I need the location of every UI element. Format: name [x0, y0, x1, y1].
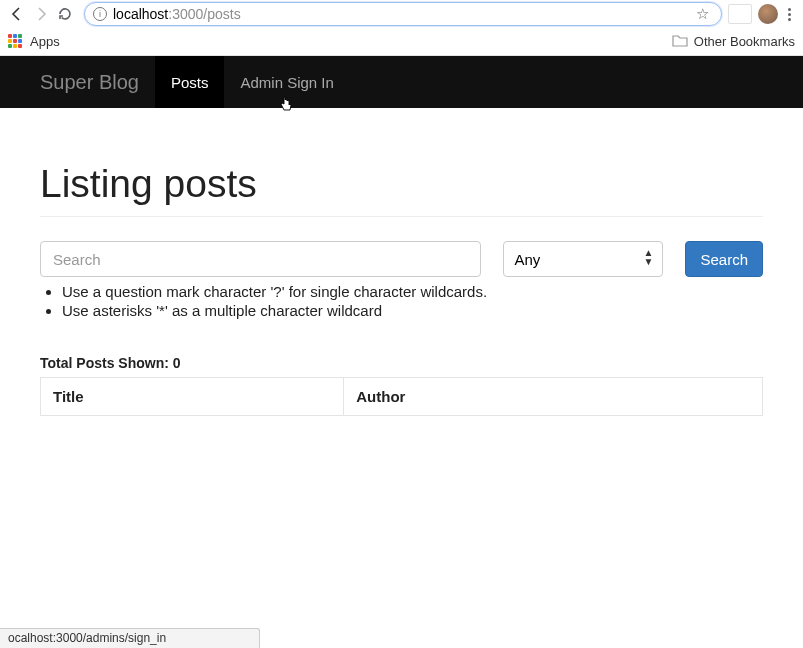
bookmarks-bar: Apps Other Bookmarks: [0, 28, 803, 56]
brand-link[interactable]: Super Blog: [40, 56, 139, 108]
total-label: Total Posts Shown:: [40, 355, 169, 371]
col-title: Title: [41, 378, 344, 416]
main-container: Listing posts Any ▲▼ Search Use a questi…: [0, 108, 803, 446]
total-count: 0: [173, 355, 181, 371]
browser-toolbar: i localhost:3000/posts ☆: [0, 0, 803, 28]
bookmark-star-icon[interactable]: ☆: [696, 5, 709, 23]
status-bar: ocalhost:3000/admins/sign_in: [0, 628, 260, 648]
col-author: Author: [344, 378, 763, 416]
search-row: Any ▲▼ Search: [40, 241, 763, 277]
nav-item-admin-signin[interactable]: Admin Sign In: [224, 56, 349, 108]
profile-avatar[interactable]: [758, 4, 778, 24]
hint-item: Use asterisks '*' as a multiple characte…: [62, 302, 763, 319]
reload-button[interactable]: [56, 5, 74, 23]
table-header-row: Title Author: [41, 378, 763, 416]
url-host: localhost: [113, 6, 168, 22]
apps-label[interactable]: Apps: [30, 34, 60, 49]
filter-select[interactable]: Any: [503, 241, 663, 277]
address-bar[interactable]: i localhost:3000/posts ☆: [84, 2, 722, 26]
back-button[interactable]: [8, 5, 26, 23]
chrome-menu-button[interactable]: [784, 8, 795, 21]
search-button[interactable]: Search: [685, 241, 763, 277]
extension-button[interactable]: [728, 4, 752, 24]
filter-select-wrap: Any ▲▼: [503, 241, 663, 277]
forward-button[interactable]: [32, 5, 50, 23]
search-input[interactable]: [40, 241, 481, 277]
url-text: localhost:3000/posts: [113, 6, 696, 22]
nav-item-posts[interactable]: Posts: [155, 56, 225, 108]
url-path: :3000/posts: [168, 6, 240, 22]
search-hints: Use a question mark character '?' for si…: [62, 283, 763, 319]
other-bookmarks-link[interactable]: Other Bookmarks: [694, 34, 795, 49]
total-posts-line: Total Posts Shown: 0: [40, 355, 763, 371]
apps-icon[interactable]: [8, 34, 24, 50]
page-title: Listing posts: [40, 162, 763, 206]
title-divider: [40, 216, 763, 217]
posts-table: Title Author: [40, 377, 763, 416]
app-navbar: Super Blog Posts Admin Sign In: [0, 56, 803, 108]
site-info-icon[interactable]: i: [93, 7, 107, 21]
folder-icon: [672, 33, 688, 50]
hint-item: Use a question mark character '?' for si…: [62, 283, 763, 300]
